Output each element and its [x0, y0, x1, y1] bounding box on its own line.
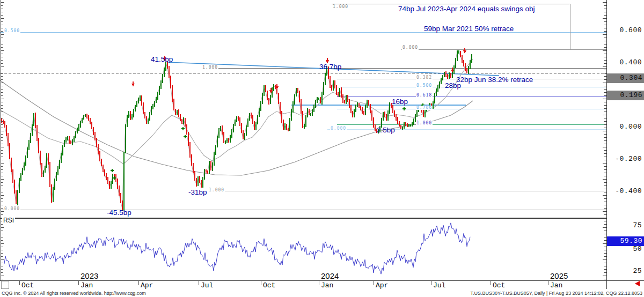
- month-tick: [491, 281, 491, 285]
- chart-plot-area[interactable]: 74bp Jul 2023-Apr 2024 equals swings obj…: [0, 0, 644, 280]
- annotation-text: 59bp Mar 2021 50% retrace: [424, 25, 514, 33]
- month-tick: [431, 281, 431, 285]
- year-label: 2023: [80, 271, 98, 280]
- rsi-current-value: 59.30: [607, 237, 642, 245]
- fib-level-label: 0.618: [416, 93, 433, 98]
- month-tick: [19, 281, 20, 285]
- annotation-text: 41.5bp: [151, 55, 173, 63]
- annotation-text: -31bp: [188, 188, 207, 196]
- month-tick: [261, 281, 261, 285]
- year-label: 2024: [321, 271, 339, 280]
- annotation-text: 2.5bp: [377, 126, 395, 134]
- fib-level-label: 1.000: [332, 5, 349, 9]
- copyright-text: CQG Inc. © 2024 All rights reserved worl…: [2, 291, 146, 296]
- fib-level-label: 1.000: [202, 65, 218, 70]
- month-tick: [319, 281, 319, 285]
- scroll-to-end-arrow-icon[interactable]: [635, 281, 640, 286]
- rsi-tick-label: 50: [606, 245, 642, 253]
- fib-level-label: 0.000: [402, 46, 419, 50]
- price-tick-label: 0.600: [606, 26, 642, 34]
- annotation-text: 36.7bp: [319, 63, 341, 71]
- month-label: Jan: [321, 281, 333, 289]
- month-tick: [78, 281, 79, 285]
- fib-level-label: 0.382: [416, 76, 433, 80]
- month-label: Jul: [201, 281, 213, 289]
- fib-level-label: 0.500: [416, 84, 433, 88]
- price-tick-label: 0.400: [606, 58, 642, 66]
- price-highlight-box: 0.304: [607, 73, 644, 83]
- rsi-tick-label: 75: [606, 221, 642, 229]
- scrollbar-left-button[interactable]: [1, 281, 9, 289]
- price-highlight-value: 0.304: [607, 74, 642, 82]
- annotation-text: 74bp Jul 2023-Apr 2024 equals swings obj: [398, 5, 535, 13]
- month-label: Oct: [493, 281, 505, 289]
- price-highlight-value: 0.196: [607, 91, 642, 99]
- price-highlight-box: 0.196: [607, 91, 644, 100]
- cqg-chart-window: 74bp Jul 2023-Apr 2024 equals swings obj…: [0, 0, 644, 297]
- annotation-text: 28bp: [445, 81, 461, 90]
- month-label: Apr: [376, 281, 388, 289]
- annotation-text: 32bp Jun 38.2% retrace: [456, 76, 533, 84]
- price-tick-label: -0.200: [606, 155, 642, 163]
- month-tick: [374, 281, 374, 285]
- status-bar: CQG Inc. © 2024 All rights reserved worl…: [0, 289, 644, 297]
- fib-level-label: 1.000: [208, 188, 225, 192]
- price-tick-label: -0.400: [606, 187, 642, 195]
- annotation-text: -45.5bp: [107, 209, 131, 217]
- year-label: 2025: [550, 271, 568, 280]
- month-label: Jan: [80, 281, 93, 289]
- price-rsi-chart-canvas[interactable]: [0, 0, 644, 283]
- symbol-timestamp-text: T.US.BUS30Y-T.US.BUS05Y, Daily | Fri Aug…: [470, 291, 642, 296]
- month-label: Jul: [433, 281, 445, 289]
- month-label: Jan: [550, 281, 562, 289]
- month-label: Apr: [141, 281, 153, 289]
- fib-level-label: 0.786: [416, 106, 433, 110]
- rsi-panel-title: RSI: [2, 217, 15, 224]
- month-tick: [199, 281, 199, 285]
- fib-level-label: 0.500: [4, 29, 20, 33]
- month-label: Oct: [263, 281, 275, 289]
- price-tick-label: 0.000: [606, 123, 642, 131]
- month-tick: [138, 281, 139, 285]
- time-axis[interactable]: OctJanAprJulOctJanAprJulOctJan: [0, 280, 644, 289]
- axis-separator-line: [606, 0, 607, 289]
- fib-level-label: 0.000: [4, 207, 20, 211]
- fib-level-label: 0.000: [330, 127, 347, 131]
- fib-level-label: 1.000: [416, 121, 433, 125]
- month-tick: [548, 281, 548, 285]
- annotation-text: 16bp: [392, 98, 408, 106]
- month-label: Oct: [21, 281, 34, 289]
- rsi-tick-label: 25: [606, 267, 642, 275]
